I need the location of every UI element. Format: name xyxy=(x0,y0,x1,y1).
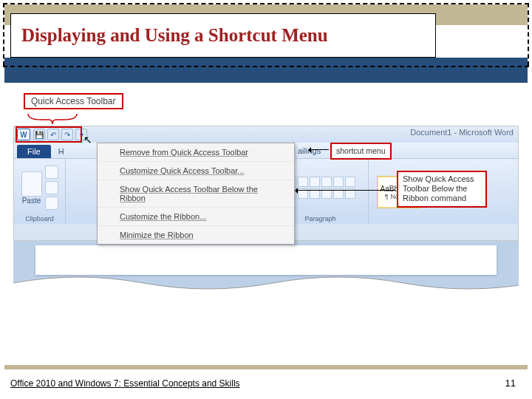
qat-callout-label: Quick Access Toolbar xyxy=(24,93,123,109)
undo-icon[interactable]: ↶ xyxy=(47,129,59,140)
format-painter-icon[interactable] xyxy=(45,197,58,210)
slide-title-box: Displaying and Using a Shortcut Menu xyxy=(10,13,436,58)
cut-icon[interactable] xyxy=(45,166,58,179)
blue-band xyxy=(4,58,528,83)
slide-title: Displaying and Using a Shortcut Menu xyxy=(21,25,328,46)
menu-remove-qat[interactable]: Remove from Quick Access Toolbar xyxy=(98,143,294,162)
word-icon: W xyxy=(17,129,30,140)
clipboard-group: Paste Clipboard xyxy=(14,159,66,224)
page-cut-wave xyxy=(13,274,519,293)
clipboard-group-label: Clipboard xyxy=(25,215,54,222)
document-area xyxy=(13,241,519,293)
qat-dropdown-icon[interactable]: ▾ xyxy=(75,129,87,140)
arrow-show-below xyxy=(296,190,395,191)
menu-minimize-ribbon[interactable]: Minimize the Ribbon xyxy=(98,226,294,244)
figure: Quick Access Toolbar W 💾 ↶ ↷ ▾ ↖ Documen… xyxy=(13,93,519,270)
document-page xyxy=(35,245,497,275)
home-tab-fragment[interactable]: H xyxy=(54,145,69,158)
shortcut-menu-callout: shortcut menu xyxy=(330,143,392,160)
copy-icon[interactable] xyxy=(45,181,58,194)
redo-icon[interactable]: ↷ xyxy=(61,129,73,140)
paste-button[interactable]: Paste xyxy=(21,171,42,205)
document-title: Document1 - Microsoft Word xyxy=(410,128,514,137)
content-area: Quick Access Toolbar W 💾 ↶ ↷ ▾ ↖ Documen… xyxy=(4,83,528,362)
save-icon[interactable]: 💾 xyxy=(33,129,45,140)
show-below-callout: Show Quick Access Toolbar Below the Ribb… xyxy=(397,171,487,208)
qat-brace xyxy=(27,112,78,126)
paste-icon xyxy=(21,171,42,197)
menu-show-qat-below[interactable]: Show Quick Access Toolbar Below the Ribb… xyxy=(98,180,294,208)
paste-label: Paste xyxy=(22,197,41,205)
footer-text: Office 2010 and Windows 7: Essential Con… xyxy=(10,378,240,389)
quick-access-toolbar[interactable]: 💾 ↶ ↷ ▾ xyxy=(33,129,87,140)
menu-customize-qat[interactable]: Customize Quick Access Toolbar... xyxy=(98,162,294,180)
file-tab[interactable]: File xyxy=(17,145,51,158)
menu-customize-ribbon[interactable]: Customize the Ribbon... xyxy=(98,208,294,226)
titlebar: W 💾 ↶ ↷ ▾ ↖ Document1 - Microsoft Word xyxy=(14,126,518,143)
paragraph-group-label: Paragraph xyxy=(304,215,335,222)
shortcut-menu[interactable]: Remove from Quick Access Toolbar Customi… xyxy=(97,143,295,245)
arrow-shortcut-menu xyxy=(310,149,329,150)
page-number: 11 xyxy=(505,378,516,389)
word-ribbon: W 💾 ↶ ↷ ▾ ↖ Document1 - Microsoft Word F… xyxy=(13,126,519,241)
